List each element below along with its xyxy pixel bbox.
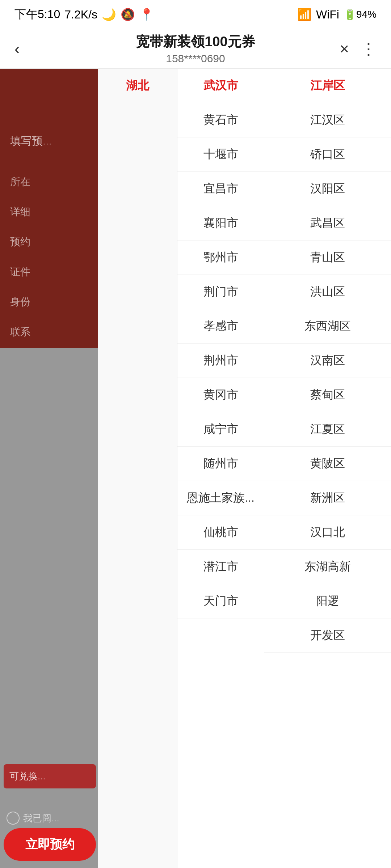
time: 下午5:10 bbox=[14, 7, 60, 22]
city-item-6[interactable]: 荆门市 bbox=[177, 275, 264, 309]
checkbox-icon[interactable] bbox=[7, 812, 20, 825]
district-column: 江岸区江汉区硚口区汉阳区武昌区青山区洪山区东西湖区汉南区蔡甸区江夏区黄陂区新洲区… bbox=[264, 69, 391, 868]
form-labels: 填写预... 所在... 详细... 预约... 证件... 身份... 联系.… bbox=[7, 127, 93, 347]
district-item-2[interactable]: 硚口区 bbox=[264, 137, 391, 172]
back-button[interactable]: ‹ bbox=[14, 41, 20, 57]
city-item-2[interactable]: 十堰市 bbox=[177, 137, 264, 172]
province-item-hubei[interactable]: 湖北 bbox=[98, 69, 177, 103]
district-item-10[interactable]: 江夏区 bbox=[264, 412, 391, 447]
district-item-12[interactable]: 新洲区 bbox=[264, 481, 391, 515]
notify-icon: 🔕 bbox=[121, 8, 135, 21]
battery-icon: 🔋94% bbox=[344, 9, 377, 21]
city-item-9[interactable]: 黄冈市 bbox=[177, 378, 264, 412]
close-button[interactable]: × bbox=[340, 40, 349, 58]
status-bar-right: 📶 WiFi 🔋94% bbox=[297, 8, 377, 21]
header: ‹ 宽带新装领100元券 158****0690 × ⋮ bbox=[0, 29, 391, 69]
city-item-0[interactable]: 武汉市 bbox=[177, 69, 264, 103]
district-item-0[interactable]: 江岸区 bbox=[264, 69, 391, 103]
voucher-hint: 可兑换... bbox=[4, 764, 96, 788]
city-item-11[interactable]: 随州市 bbox=[177, 447, 264, 481]
city-item-7[interactable]: 孝感市 bbox=[177, 309, 264, 344]
agree-label: 我已阅... bbox=[23, 812, 59, 825]
more-button[interactable]: ⋮ bbox=[361, 39, 377, 58]
moon-icon: 🌙 bbox=[102, 8, 116, 21]
wifi-icon: WiFi bbox=[316, 8, 339, 21]
city-item-12[interactable]: 恩施土家族... bbox=[177, 481, 264, 515]
city-item-3[interactable]: 宜昌市 bbox=[177, 172, 264, 206]
submit-label: 立即预约 bbox=[25, 836, 75, 853]
district-item-5[interactable]: 青山区 bbox=[264, 241, 391, 275]
city-item-13[interactable]: 仙桃市 bbox=[177, 515, 264, 550]
province-column: 湖北 bbox=[98, 69, 177, 868]
district-item-9[interactable]: 蔡甸区 bbox=[264, 378, 391, 412]
city-item-14[interactable]: 潜江市 bbox=[177, 550, 264, 584]
region-selector: 湖北 武汉市黄石市十堰市宜昌市襄阳市鄂州市荆门市孝感市荆州市黄冈市咸宁市随州市恩… bbox=[98, 69, 391, 868]
submit-button[interactable]: 立即预约 bbox=[4, 828, 96, 861]
district-item-15[interactable]: 阳逻 bbox=[264, 584, 391, 618]
city-column: 武汉市黄石市十堰市宜昌市襄阳市鄂州市荆门市孝感市荆州市黄冈市咸宁市随州市恩施土家… bbox=[177, 69, 264, 868]
district-item-8[interactable]: 汉南区 bbox=[264, 344, 391, 378]
city-item-8[interactable]: 荆州市 bbox=[177, 344, 264, 378]
status-bar-left: 下午5:10 7.2K/s 🌙 🔕 📍 bbox=[14, 7, 154, 22]
city-item-4[interactable]: 襄阳市 bbox=[177, 206, 264, 241]
signal-icon: 📶 bbox=[297, 8, 312, 21]
district-item-7[interactable]: 东西湖区 bbox=[264, 309, 391, 344]
city-item-1[interactable]: 黄石市 bbox=[177, 103, 264, 137]
district-item-16[interactable]: 开发区 bbox=[264, 618, 391, 653]
city-item-5[interactable]: 鄂州市 bbox=[177, 241, 264, 275]
city-item-15[interactable]: 天门市 bbox=[177, 584, 264, 618]
district-item-3[interactable]: 汉阳区 bbox=[264, 172, 391, 206]
district-item-14[interactable]: 东湖高新 bbox=[264, 550, 391, 584]
agree-checkbox-area: 我已阅... bbox=[7, 812, 59, 825]
district-item-11[interactable]: 黄陂区 bbox=[264, 447, 391, 481]
location-icon: 📍 bbox=[139, 8, 154, 21]
city-item-10[interactable]: 咸宁市 bbox=[177, 412, 264, 447]
district-item-1[interactable]: 江汉区 bbox=[264, 103, 391, 137]
status-bar: 下午5:10 7.2K/s 🌙 🔕 📍 📶 WiFi 🔋94% bbox=[0, 0, 391, 29]
header-title-wrap: 宽带新装领100元券 158****0690 bbox=[136, 33, 255, 65]
page-title: 宽带新装领100元券 bbox=[136, 33, 255, 51]
network-speed: 7.2K/s bbox=[64, 8, 97, 21]
district-item-4[interactable]: 武昌区 bbox=[264, 206, 391, 241]
header-actions: × ⋮ bbox=[340, 39, 377, 58]
district-item-6[interactable]: 洪山区 bbox=[264, 275, 391, 309]
page-subtitle: 158****0690 bbox=[136, 52, 255, 65]
district-item-13[interactable]: 汉口北 bbox=[264, 515, 391, 550]
